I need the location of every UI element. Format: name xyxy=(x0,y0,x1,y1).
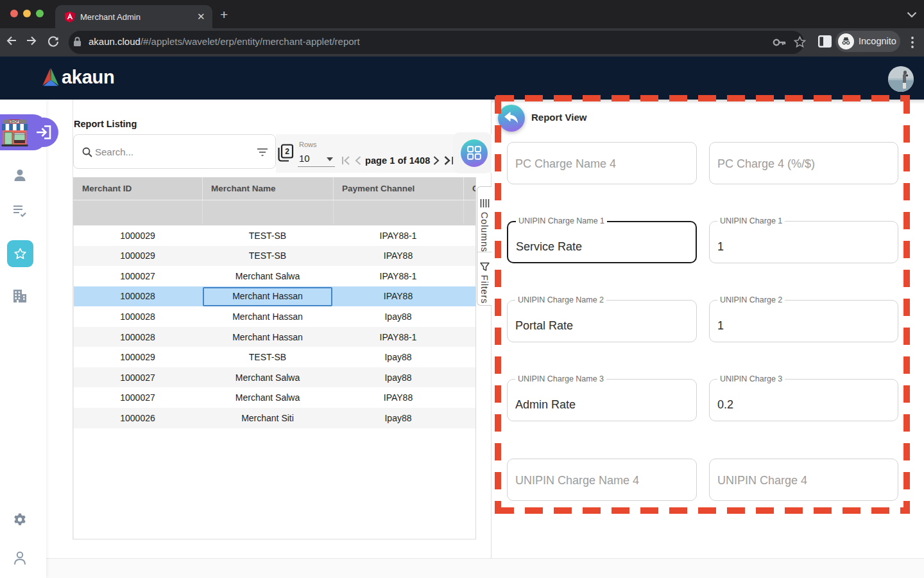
svg-text:2: 2 xyxy=(285,147,289,156)
svg-text:SHOP: SHOP xyxy=(10,120,19,123)
